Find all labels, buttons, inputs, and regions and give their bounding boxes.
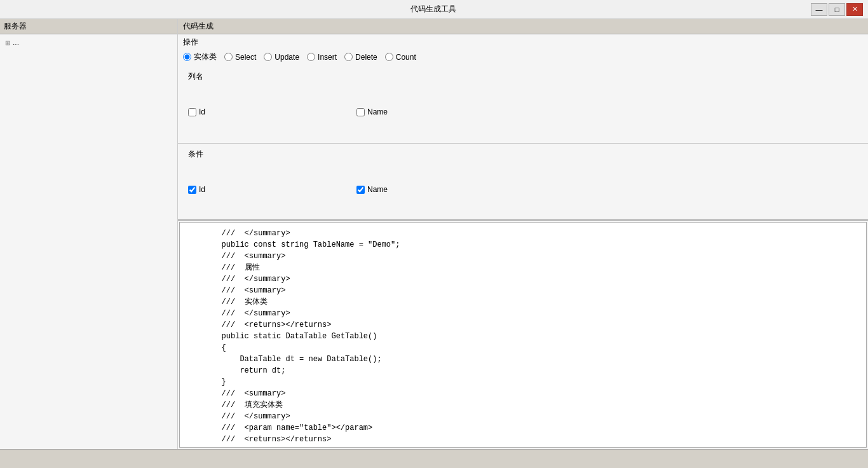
operation-row: 实体类 Select Update Insert Delete: [178, 49, 868, 67]
radio-select-input[interactable]: [224, 53, 233, 61]
radio-insert[interactable]: Insert: [307, 53, 337, 62]
radio-update-label: Update: [275, 53, 299, 62]
radio-insert-label: Insert: [318, 53, 337, 62]
radio-select[interactable]: Select: [224, 53, 256, 62]
window-title: 代码生成工具: [56, 4, 811, 15]
checkbox-col-id[interactable]: Id: [188, 87, 353, 137]
maximize-button[interactable]: □: [829, 3, 845, 16]
window-controls: — □ ✕: [811, 3, 863, 16]
conditions-label: 条件: [183, 146, 863, 161]
divider: [178, 143, 868, 144]
radio-delete[interactable]: Delete: [344, 53, 377, 62]
code-textarea[interactable]: /// </summary> public const string Table…: [180, 223, 866, 447]
operation-label: 操作: [178, 34, 868, 49]
conditions-section: 条件 Id Name: [178, 145, 868, 219]
sidebar-header: 服务器: [0, 19, 177, 34]
columns-section: 列名 Id Name: [178, 67, 868, 142]
columns-grid: Id Name: [183, 83, 863, 141]
radio-count-input[interactable]: [385, 53, 393, 61]
taskbar: [0, 449, 868, 468]
top-section: 操作 实体类 Select Update Insert: [178, 34, 868, 221]
checkbox-col-name[interactable]: Name: [356, 87, 521, 137]
right-panel: 代码生成 操作 实体类 Select Update: [178, 19, 868, 449]
checkbox-col-id-input[interactable]: [188, 108, 196, 116]
radio-entity-label: 实体类: [194, 52, 217, 62]
radio-update[interactable]: Update: [264, 53, 299, 62]
checkbox-cond-id-label: Id: [199, 185, 205, 194]
checkbox-cond-name[interactable]: Name: [356, 165, 521, 214]
conditions-grid: Id Name: [183, 161, 863, 218]
panel-header: 代码生成: [178, 19, 868, 34]
checkbox-cond-name-input[interactable]: [356, 186, 365, 194]
radio-count-label: Count: [396, 53, 416, 62]
radio-entity-input[interactable]: [183, 53, 191, 61]
checkbox-col-name-input[interactable]: [356, 108, 365, 116]
checkbox-cond-id-input[interactable]: [188, 186, 196, 194]
radio-select-label: Select: [235, 53, 256, 62]
radio-count[interactable]: Count: [385, 53, 416, 62]
checkbox-cond-id[interactable]: Id: [188, 165, 353, 214]
radio-delete-input[interactable]: [344, 53, 353, 61]
checkbox-col-name-label: Name: [367, 107, 388, 116]
close-button[interactable]: ✕: [846, 3, 863, 16]
sidebar-item-server[interactable]: ⊞ ...: [3, 37, 175, 48]
radio-update-input[interactable]: [264, 53, 272, 61]
minimize-button[interactable]: —: [811, 3, 827, 16]
code-panel: /// </summary> public const string Table…: [179, 222, 867, 448]
tree-icon: ⊞: [5, 39, 10, 46]
radio-entity[interactable]: 实体类: [183, 52, 217, 62]
checkbox-col-id-label: Id: [199, 107, 205, 116]
title-bar: 代码生成工具 — □ ✕: [0, 0, 868, 19]
sidebar-content: ⊞ ...: [0, 34, 177, 449]
sidebar-item-label: ...: [13, 38, 19, 47]
sidebar: 服务器 ⊞ ...: [0, 19, 178, 449]
checkbox-cond-name-label: Name: [367, 185, 388, 194]
columns-label: 列名: [183, 69, 863, 83]
radio-delete-label: Delete: [355, 53, 377, 62]
radio-insert-input[interactable]: [307, 53, 315, 61]
main-container: 服务器 ⊞ ... 代码生成 操作 实体类 Select: [0, 19, 868, 449]
